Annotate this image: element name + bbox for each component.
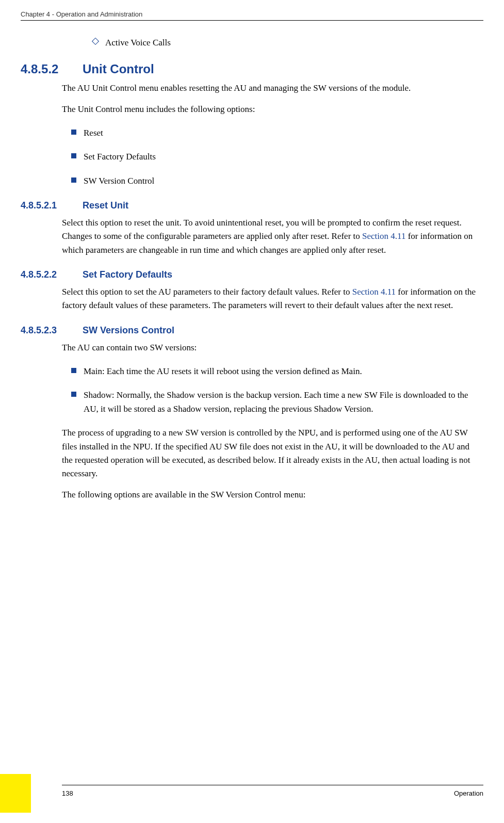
body-paragraph: Select this option to reset the unit. To… (62, 216, 478, 257)
bullet-text: SW Version Control (84, 174, 154, 188)
body-paragraph: The process of upgrading to a new SW ver… (62, 426, 478, 480)
body-paragraph: Select this option to set the AU paramet… (62, 285, 478, 313)
diamond-icon (92, 38, 99, 45)
section-title: Set Factory Defaults (83, 269, 172, 280)
body-paragraph: The following options are available in t… (62, 488, 478, 502)
body-paragraph: The AU Unit Control menu enables resetti… (62, 82, 478, 95)
text-segment: Select this option to set the AU paramet… (62, 287, 352, 297)
section-number: 4.8.5.2 (21, 62, 83, 76)
body-paragraph: The AU can contain two SW versions: (62, 341, 478, 354)
page-number: 138 (62, 789, 73, 797)
square-icon (71, 177, 76, 183)
section-number: 4.8.5.2.1 (21, 200, 83, 211)
square-bullet-item: Set Factory Defaults (62, 150, 478, 164)
section-heading-48522: 4.8.5.2.2 Set Factory Defaults (21, 269, 478, 280)
chapter-header: Chapter 4 - Operation and Administration (21, 10, 483, 18)
square-bullet-item: Main: Each time the AU resets it will re… (62, 365, 478, 378)
bullet-text: Shadow: Normally, the Shadow version is … (84, 389, 478, 416)
section-number: 4.8.5.2.3 (21, 325, 83, 336)
footer-divider (62, 785, 483, 785)
section-number: 4.8.5.2.2 (21, 269, 83, 280)
square-bullet-item: SW Version Control (62, 174, 478, 188)
section-heading-48523: 4.8.5.2.3 SW Versions Control (21, 325, 478, 336)
section-heading-48521: 4.8.5.2.1 Reset Unit (21, 200, 478, 211)
square-icon (71, 130, 76, 135)
diamond-bullet-item: Active Voice Calls (62, 36, 478, 50)
bullet-text: Reset (84, 126, 103, 140)
section-title: SW Versions Control (83, 325, 174, 336)
section-link[interactable]: Section 4.11 (362, 231, 405, 241)
bullet-text: Set Factory Defaults (84, 150, 156, 164)
square-icon (71, 392, 76, 397)
section-title: Unit Control (83, 62, 154, 76)
section-heading-4852: 4.8.5.2 Unit Control (21, 62, 478, 76)
square-icon (71, 368, 76, 373)
bullet-text: Main: Each time the AU resets it will re… (84, 365, 362, 378)
diamond-bullet-text: Active Voice Calls (105, 36, 171, 50)
header-divider (21, 20, 483, 21)
footer-label: Operation (454, 789, 483, 797)
page-footer: 138 Operation (0, 785, 504, 797)
section-title: Reset Unit (83, 200, 128, 211)
body-paragraph: The Unit Control menu includes the follo… (62, 103, 478, 116)
square-bullet-item: Shadow: Normally, the Shadow version is … (62, 389, 478, 416)
square-icon (71, 153, 76, 158)
square-bullet-item: Reset (62, 126, 478, 140)
section-link[interactable]: Section 4.11 (352, 287, 396, 297)
